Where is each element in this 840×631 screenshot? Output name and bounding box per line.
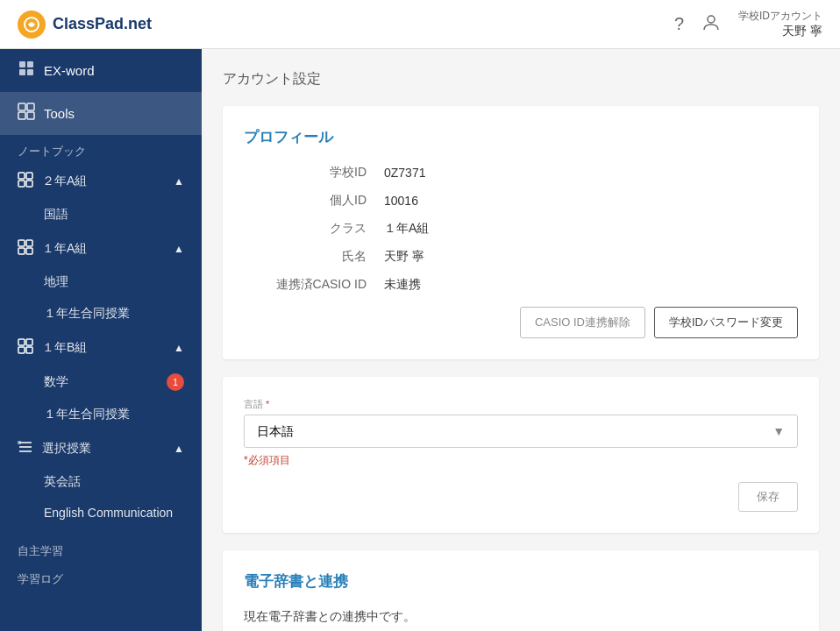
sidebar: EX-word Tools ノートブック ２年A組 ▲ 国語 １年A組 ▲ bbox=[0, 49, 202, 631]
svg-rect-11 bbox=[26, 173, 32, 179]
profile-card-title: プロフィール bbox=[244, 127, 798, 147]
sentaku-chevron: ▲ bbox=[174, 443, 184, 455]
svg-rect-2 bbox=[19, 61, 25, 67]
help-icon[interactable]: ? bbox=[674, 14, 684, 34]
1nen-a-chevron: ▲ bbox=[174, 243, 184, 255]
1nen-a-label: １年A組 bbox=[42, 241, 87, 257]
profile-row-personal-id: 個人ID 10016 bbox=[244, 193, 798, 209]
gakushu-log-label: 学習ログ bbox=[0, 563, 202, 591]
svg-rect-8 bbox=[18, 112, 25, 119]
svg-rect-5 bbox=[27, 69, 33, 75]
ex-word-icon bbox=[18, 60, 35, 82]
logo-text: ClassPad.net bbox=[53, 15, 152, 33]
language-select-wrapper[interactable]: 日本語 English ▼ bbox=[244, 415, 798, 448]
logo: ClassPad.net bbox=[18, 11, 152, 39]
sidebar-group-1nen-b[interactable]: １年B組 ▲ bbox=[0, 330, 202, 365]
user-account-label: 学校IDアカウント bbox=[738, 9, 822, 24]
2nen-a-chevron: ▲ bbox=[174, 175, 184, 188]
user-info: 学校IDアカウント 天野 寧 bbox=[738, 9, 822, 39]
save-button[interactable]: 保存 bbox=[738, 482, 798, 512]
sidebar-sub-kokugo[interactable]: 国語 bbox=[0, 199, 202, 230]
1nen-b-chevron: ▲ bbox=[174, 342, 184, 354]
svg-rect-21 bbox=[26, 347, 32, 353]
school-id-label: 学校ID bbox=[244, 165, 384, 181]
tools-icon bbox=[18, 103, 35, 124]
save-row: 保存 bbox=[244, 482, 798, 512]
svg-rect-19 bbox=[26, 339, 32, 345]
name-value: 天野 寧 bbox=[384, 249, 424, 265]
dictionary-card-title: 電子辞書と連携 bbox=[244, 571, 798, 592]
2nen-a-label: ２年A組 bbox=[42, 174, 87, 189]
class-value: １年A組 bbox=[384, 221, 429, 237]
header: ClassPad.net ? 学校IDアカウント 天野 寧 bbox=[0, 0, 840, 49]
sidebar-sub-eikaiwa[interactable]: 英会話 bbox=[0, 466, 202, 498]
sidebar-sub-1nen-joint1[interactable]: １年生合同授業 bbox=[0, 298, 202, 330]
user-name: 天野 寧 bbox=[782, 24, 822, 39]
profile-actions: CASIO ID連携解除 学校IDパスワード変更 bbox=[244, 307, 798, 338]
svg-rect-9 bbox=[27, 112, 34, 119]
sidebar-group-sentaku[interactable]: 選択授業 ▲ bbox=[0, 430, 202, 466]
profile-row-class: クラス １年A組 bbox=[244, 221, 798, 237]
1nen-b-label: １年B組 bbox=[42, 340, 87, 356]
sidebar-group-1nen-a[interactable]: １年A組 ▲ bbox=[0, 230, 202, 266]
svg-rect-18 bbox=[18, 339, 25, 345]
school-id-value: 0Z7371 bbox=[384, 166, 425, 180]
svg-rect-6 bbox=[18, 103, 25, 110]
svg-rect-15 bbox=[26, 240, 32, 246]
personal-id-value: 10016 bbox=[384, 194, 418, 208]
required-text: *必須項目 bbox=[244, 453, 798, 468]
language-card: 言語 * 日本語 English ▼ *必須項目 保存 bbox=[223, 377, 819, 533]
profile-card: プロフィール 学校ID 0Z7371 個人ID 10016 クラス １年A組 氏… bbox=[223, 106, 819, 359]
page-title: アカウント設定 bbox=[223, 70, 819, 89]
sidebar-sub-english-comm[interactable]: English Communication bbox=[0, 498, 202, 528]
suugaku-badge: 1 bbox=[167, 373, 184, 391]
profile-row-casio-id: 連携済CASIO ID 未連携 bbox=[244, 277, 798, 293]
language-label: 言語 * bbox=[244, 398, 798, 411]
language-select[interactable]: 日本語 English bbox=[245, 415, 797, 447]
sidebar-sub-suugaku[interactable]: 数学 1 bbox=[0, 365, 202, 399]
casio-unlink-button[interactable]: CASIO ID連携解除 bbox=[520, 307, 645, 338]
casio-id-value: 未連携 bbox=[384, 277, 421, 293]
sentaku-label: 選択授業 bbox=[42, 441, 91, 457]
svg-rect-14 bbox=[18, 240, 25, 246]
jishu-label: 自主学習 bbox=[0, 535, 202, 563]
profile-row-name: 氏名 天野 寧 bbox=[244, 249, 798, 265]
class-label: クラス bbox=[244, 221, 384, 237]
content: アカウント設定 プロフィール 学校ID 0Z7371 個人ID 10016 クラ… bbox=[202, 49, 840, 631]
1nen-b-icon bbox=[18, 338, 33, 357]
sidebar-group-2nen-a[interactable]: ２年A組 ▲ bbox=[0, 163, 202, 199]
main-container: EX-word Tools ノートブック ２年A組 ▲ 国語 １年A組 ▲ bbox=[0, 49, 840, 631]
svg-rect-16 bbox=[18, 248, 25, 254]
logo-icon bbox=[18, 11, 46, 39]
casio-id-label: 連携済CASIO ID bbox=[244, 277, 384, 293]
sentaku-icon bbox=[18, 439, 33, 457]
sidebar-sub-1nen-joint2[interactable]: １年生合同授業 bbox=[0, 399, 202, 430]
personal-id-label: 個人ID bbox=[244, 193, 384, 209]
sidebar-item-tools-label: Tools bbox=[44, 106, 75, 121]
2nen-a-icon bbox=[18, 172, 33, 190]
svg-rect-10 bbox=[18, 173, 25, 179]
password-change-button[interactable]: 学校IDパスワード変更 bbox=[654, 307, 798, 338]
sidebar-item-ex-word[interactable]: EX-word bbox=[0, 49, 202, 92]
svg-point-1 bbox=[708, 16, 715, 23]
dictionary-card: 電子辞書と連携 現在電子辞書との連携中です。 解除する bbox=[223, 550, 819, 631]
sidebar-sub-chiri[interactable]: 地理 bbox=[0, 266, 202, 298]
profile-row-school-id: 学校ID 0Z7371 bbox=[244, 165, 798, 181]
header-right: ? 学校IDアカウント 天野 寧 bbox=[674, 9, 822, 39]
svg-rect-17 bbox=[26, 248, 32, 254]
dictionary-description: 現在電子辞書との連携中です。 bbox=[244, 609, 798, 625]
svg-rect-22 bbox=[18, 441, 21, 444]
sidebar-item-ex-word-label: EX-word bbox=[44, 63, 95, 78]
svg-rect-12 bbox=[18, 181, 25, 187]
svg-rect-13 bbox=[26, 181, 32, 187]
sidebar-item-tools[interactable]: Tools bbox=[0, 92, 202, 135]
svg-rect-20 bbox=[18, 347, 25, 353]
1nen-a-icon bbox=[18, 239, 33, 258]
svg-rect-3 bbox=[27, 61, 33, 67]
user-icon[interactable] bbox=[701, 12, 721, 36]
required-mark: * bbox=[266, 399, 269, 409]
svg-rect-7 bbox=[27, 103, 34, 110]
svg-rect-4 bbox=[19, 69, 25, 75]
sidebar-section-notebook: ノートブック bbox=[0, 135, 202, 163]
name-label: 氏名 bbox=[244, 249, 384, 265]
